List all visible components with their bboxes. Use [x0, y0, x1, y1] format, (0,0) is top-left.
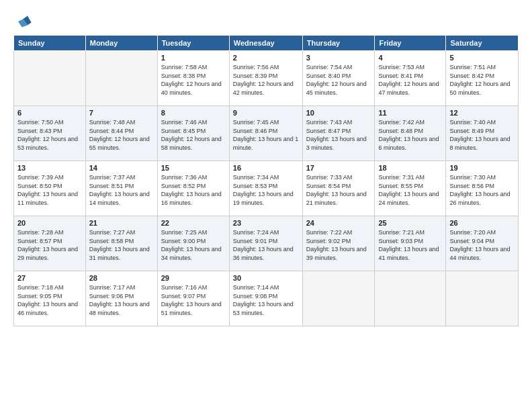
calendar-cell [85, 51, 157, 106]
day-info: Sunrise: 7:40 AM Sunset: 8:49 PM Dayligh… [449, 118, 515, 152]
day-number: 28 [89, 274, 154, 282]
day-info: Sunrise: 7:31 AM Sunset: 8:55 PM Dayligh… [378, 173, 442, 207]
weekday-header-monday: Monday [85, 36, 157, 51]
day-info: Sunrise: 7:48 AM Sunset: 8:44 PM Dayligh… [89, 118, 154, 152]
calendar-cell: 17Sunrise: 7:33 AM Sunset: 8:54 PM Dayli… [302, 161, 375, 216]
header [13, 12, 519, 31]
day-info: Sunrise: 7:51 AM Sunset: 8:42 PM Dayligh… [449, 63, 515, 97]
day-info: Sunrise: 7:16 AM Sunset: 9:07 PM Dayligh… [161, 283, 226, 317]
weekday-header-saturday: Saturday [446, 36, 519, 51]
calendar-table: SundayMondayTuesdayWednesdayThursdayFrid… [13, 35, 519, 326]
day-info: Sunrise: 7:30 AM Sunset: 8:56 PM Dayligh… [449, 173, 515, 207]
calendar-cell: 4Sunrise: 7:53 AM Sunset: 8:41 PM Daylig… [375, 51, 446, 106]
day-info: Sunrise: 7:28 AM Sunset: 8:57 PM Dayligh… [17, 228, 82, 262]
day-info: Sunrise: 7:24 AM Sunset: 9:01 PM Dayligh… [233, 228, 299, 262]
calendar-cell: 24Sunrise: 7:22 AM Sunset: 9:02 PM Dayli… [302, 216, 375, 271]
day-number: 7 [89, 109, 154, 117]
day-info: Sunrise: 7:58 AM Sunset: 8:38 PM Dayligh… [161, 63, 226, 97]
weekday-header-wednesday: Wednesday [229, 36, 302, 51]
day-number: 25 [378, 219, 442, 227]
day-info: Sunrise: 7:14 AM Sunset: 9:08 PM Dayligh… [233, 283, 299, 317]
day-info: Sunrise: 7:39 AM Sunset: 8:50 PM Dayligh… [17, 173, 82, 207]
calendar-cell: 2Sunrise: 7:56 AM Sunset: 8:39 PM Daylig… [229, 51, 302, 106]
day-number: 5 [449, 54, 515, 62]
day-info: Sunrise: 7:54 AM Sunset: 8:40 PM Dayligh… [306, 63, 371, 97]
day-number: 16 [233, 164, 299, 172]
day-number: 18 [378, 164, 442, 172]
day-info: Sunrise: 7:27 AM Sunset: 8:58 PM Dayligh… [89, 228, 154, 262]
day-info: Sunrise: 7:46 AM Sunset: 8:45 PM Dayligh… [161, 118, 226, 152]
day-number: 12 [449, 109, 515, 117]
calendar-cell: 29Sunrise: 7:16 AM Sunset: 9:07 PM Dayli… [157, 271, 229, 326]
calendar-cell [446, 271, 519, 326]
calendar-cell: 10Sunrise: 7:43 AM Sunset: 8:47 PM Dayli… [302, 106, 375, 161]
day-info: Sunrise: 7:56 AM Sunset: 8:39 PM Dayligh… [233, 63, 299, 97]
day-number: 27 [17, 274, 82, 282]
day-number: 9 [233, 109, 299, 117]
day-number: 13 [17, 164, 82, 172]
calendar-cell: 18Sunrise: 7:31 AM Sunset: 8:55 PM Dayli… [375, 161, 446, 216]
calendar-week-row: 1Sunrise: 7:58 AM Sunset: 8:38 PM Daylig… [14, 51, 519, 106]
day-info: Sunrise: 7:42 AM Sunset: 8:48 PM Dayligh… [378, 118, 442, 152]
calendar-cell [14, 51, 86, 106]
day-number: 8 [161, 109, 226, 117]
day-number: 22 [161, 219, 226, 227]
calendar-cell: 21Sunrise: 7:27 AM Sunset: 8:58 PM Dayli… [85, 216, 157, 271]
calendar-cell: 30Sunrise: 7:14 AM Sunset: 9:08 PM Dayli… [229, 271, 302, 326]
day-number: 15 [161, 164, 226, 172]
day-info: Sunrise: 7:36 AM Sunset: 8:52 PM Dayligh… [161, 173, 226, 207]
day-info: Sunrise: 7:33 AM Sunset: 8:54 PM Dayligh… [306, 173, 371, 207]
day-info: Sunrise: 7:22 AM Sunset: 9:02 PM Dayligh… [306, 228, 371, 262]
day-info: Sunrise: 7:53 AM Sunset: 8:41 PM Dayligh… [378, 63, 442, 97]
calendar-cell: 15Sunrise: 7:36 AM Sunset: 8:52 PM Dayli… [157, 161, 229, 216]
calendar-week-row: 27Sunrise: 7:18 AM Sunset: 9:05 PM Dayli… [14, 271, 519, 326]
weekday-header-friday: Friday [375, 36, 446, 51]
calendar-week-row: 13Sunrise: 7:39 AM Sunset: 8:50 PM Dayli… [14, 161, 519, 216]
calendar-week-row: 20Sunrise: 7:28 AM Sunset: 8:57 PM Dayli… [14, 216, 519, 271]
day-number: 26 [449, 219, 515, 227]
day-number: 30 [233, 274, 299, 282]
day-info: Sunrise: 7:25 AM Sunset: 9:00 PM Dayligh… [161, 228, 226, 262]
calendar-cell: 13Sunrise: 7:39 AM Sunset: 8:50 PM Dayli… [14, 161, 86, 216]
calendar-cell: 5Sunrise: 7:51 AM Sunset: 8:42 PM Daylig… [446, 51, 519, 106]
day-number: 23 [233, 219, 299, 227]
day-info: Sunrise: 7:50 AM Sunset: 8:43 PM Dayligh… [17, 118, 82, 152]
day-number: 29 [161, 274, 226, 282]
calendar-cell: 28Sunrise: 7:17 AM Sunset: 9:06 PM Dayli… [85, 271, 157, 326]
calendar-cell [375, 271, 446, 326]
day-number: 19 [449, 164, 515, 172]
day-number: 4 [378, 54, 442, 62]
day-number: 11 [378, 109, 442, 117]
weekday-header-sunday: Sunday [14, 36, 86, 51]
calendar-week-row: 6Sunrise: 7:50 AM Sunset: 8:43 PM Daylig… [14, 106, 519, 161]
calendar-header-row: SundayMondayTuesdayWednesdayThursdayFrid… [14, 36, 519, 51]
calendar-cell: 9Sunrise: 7:45 AM Sunset: 8:46 PM Daylig… [229, 106, 302, 161]
weekday-header-thursday: Thursday [302, 36, 375, 51]
calendar-cell: 3Sunrise: 7:54 AM Sunset: 8:40 PM Daylig… [302, 51, 375, 106]
calendar-cell: 1Sunrise: 7:58 AM Sunset: 8:38 PM Daylig… [157, 51, 229, 106]
day-number: 1 [161, 54, 226, 62]
day-number: 21 [89, 219, 154, 227]
calendar-cell: 11Sunrise: 7:42 AM Sunset: 8:48 PM Dayli… [375, 106, 446, 161]
day-number: 24 [306, 219, 371, 227]
day-info: Sunrise: 7:43 AM Sunset: 8:47 PM Dayligh… [306, 118, 371, 152]
day-number: 6 [17, 109, 82, 117]
calendar-cell: 26Sunrise: 7:20 AM Sunset: 9:04 PM Dayli… [446, 216, 519, 271]
calendar-cell: 16Sunrise: 7:34 AM Sunset: 8:53 PM Dayli… [229, 161, 302, 216]
page: SundayMondayTuesdayWednesdayThursdayFrid… [0, 0, 532, 411]
day-number: 17 [306, 164, 371, 172]
logo [13, 12, 34, 31]
day-info: Sunrise: 7:34 AM Sunset: 8:53 PM Dayligh… [233, 173, 299, 207]
generalblue-logo-icon [13, 12, 32, 31]
day-info: Sunrise: 7:37 AM Sunset: 8:51 PM Dayligh… [89, 173, 154, 207]
day-info: Sunrise: 7:45 AM Sunset: 8:46 PM Dayligh… [233, 118, 299, 152]
calendar-cell: 27Sunrise: 7:18 AM Sunset: 9:05 PM Dayli… [14, 271, 86, 326]
day-number: 2 [233, 54, 299, 62]
day-info: Sunrise: 7:21 AM Sunset: 9:03 PM Dayligh… [378, 228, 442, 262]
calendar-cell: 23Sunrise: 7:24 AM Sunset: 9:01 PM Dayli… [229, 216, 302, 271]
day-info: Sunrise: 7:20 AM Sunset: 9:04 PM Dayligh… [449, 228, 515, 262]
day-number: 20 [17, 219, 82, 227]
weekday-header-tuesday: Tuesday [157, 36, 229, 51]
calendar-cell: 25Sunrise: 7:21 AM Sunset: 9:03 PM Dayli… [375, 216, 446, 271]
calendar-cell: 14Sunrise: 7:37 AM Sunset: 8:51 PM Dayli… [85, 161, 157, 216]
